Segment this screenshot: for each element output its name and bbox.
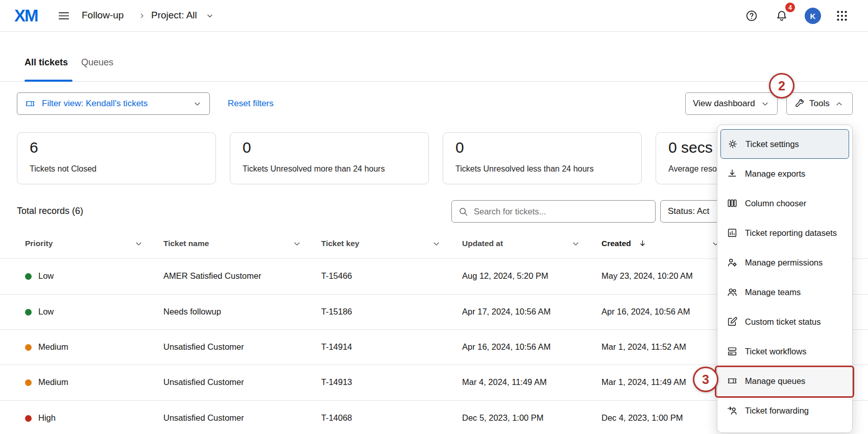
chevron-down-icon[interactable] (292, 239, 302, 249)
priority-dot (25, 309, 32, 316)
stat-label: Tickets not Closed (30, 164, 97, 174)
stat-card-not-closed: 6 Tickets not Closed (17, 132, 216, 184)
menu-item-ticket-reporting-datasets[interactable]: Ticket reporting datasets (717, 218, 852, 248)
column-header-ticket-key[interactable]: Ticket key (321, 239, 359, 248)
updated-at-cell: Mar 4, 2024, 11:49 AM (462, 377, 547, 387)
sort-descending-icon[interactable] (638, 238, 647, 248)
column-header-priority[interactable]: Priority (25, 239, 53, 248)
priority-cell: Medium (38, 342, 68, 352)
wrench-icon (794, 99, 805, 109)
chevron-down-icon[interactable] (134, 239, 143, 249)
updated-at-cell: Aug 12, 2024, 5:20 PM (462, 271, 548, 281)
tools-button[interactable]: Tools (786, 92, 853, 115)
menu-item-ticket-workflows[interactable]: Ticket workflows (717, 336, 852, 366)
chevron-down-icon (192, 99, 202, 109)
stat-label: Average reso (668, 164, 717, 174)
stat-label: Tickets Unresolved less than 24 hours (455, 164, 594, 174)
breadcrumb-project-dropdown[interactable]: Project: All (151, 10, 197, 21)
apps-grid-icon[interactable] (835, 9, 849, 22)
hamburger-menu-icon[interactable] (57, 9, 70, 22)
column-header-ticket-name[interactable]: Ticket name (163, 239, 209, 248)
priority-dot (25, 379, 32, 386)
search-input[interactable] (474, 207, 649, 216)
created-cell: Apr 16, 2024, 10:56 AM (601, 307, 690, 317)
stat-value: 6 (30, 139, 38, 156)
avatar[interactable]: K (805, 8, 821, 24)
gear-icon (727, 138, 738, 150)
menu-item-label: Manage teams (745, 287, 801, 297)
ticket-key-cell: T-14913 (321, 377, 352, 387)
menu-item-label: Column chooser (745, 199, 806, 208)
notifications-bell-icon[interactable] (775, 9, 788, 22)
chevron-down-icon[interactable] (571, 239, 581, 249)
created-cell: Mar 1, 2024, 11:49 AM (601, 377, 686, 387)
search-icon (458, 206, 469, 217)
ticket-key-cell: T-15466 (321, 271, 352, 281)
priority-cell: Low (38, 271, 54, 281)
column-header-updated-at[interactable]: Updated at (462, 239, 503, 248)
tab-all-tickets[interactable]: All tickets (25, 57, 68, 68)
ticket-search (451, 200, 656, 223)
view-dashboard-button[interactable]: View dashboard (685, 92, 778, 115)
person-gear-icon (727, 257, 738, 268)
filter-view-dropdown[interactable]: Filter view: Kendall's tickets (17, 92, 210, 115)
ticket-key-cell: T-14068 (321, 413, 352, 423)
priority-cell: High (38, 413, 56, 423)
breadcrumb-section[interactable]: Follow-up (82, 10, 124, 21)
priority-cell: Low (38, 307, 54, 317)
ticket-name-cell: Unsatisfied Customer (163, 342, 244, 352)
reset-filters-link[interactable]: Reset filters (228, 99, 274, 109)
menu-item-custom-ticket-status[interactable]: Custom ticket status (717, 307, 852, 336)
stat-value: 0 (455, 139, 464, 156)
created-cell: Dec 4, 2023, 1:00 PM (601, 413, 683, 423)
notification-count-badge: 4 (785, 3, 795, 12)
edit-icon (727, 316, 738, 327)
priority-dot (25, 344, 32, 351)
active-tab-underline (25, 80, 73, 82)
ticket-key-cell: T-15186 (321, 307, 352, 317)
filter-view-label: Filter view: Kendall's tickets (42, 99, 148, 109)
tab-queues[interactable]: Queues (81, 57, 113, 68)
bar-chart-icon (727, 227, 738, 238)
ticket-name-cell: Needs followup (163, 307, 221, 317)
download-icon (727, 168, 738, 179)
ticket-name-cell: AMER Satisfied Customer (163, 271, 261, 281)
menu-item-manage-teams[interactable]: Manage teams (717, 277, 852, 307)
menu-item-label: Manage permissions (745, 258, 823, 268)
menu-item-manage-permissions[interactable]: Manage permissions (717, 248, 852, 277)
stat-card-unresolved-less-24h: 0 Tickets Unresolved less than 24 hours (443, 132, 642, 184)
menu-item-ticket-settings[interactable]: Ticket settings (720, 129, 849, 159)
updated-at-cell: Dec 5, 2023, 1:00 PM (462, 413, 544, 423)
stat-card-unresolved-more-24h: 0 Tickets Unresolved more than 24 hours (230, 132, 429, 184)
tabs-bar: All tickets Queues (0, 32, 868, 82)
chevron-down-icon (760, 99, 770, 109)
menu-item-column-chooser[interactable]: Column chooser (717, 188, 852, 218)
help-icon[interactable] (745, 9, 758, 22)
people-icon (727, 286, 738, 298)
xm-logo[interactable]: XM (14, 6, 38, 26)
chevron-down-icon[interactable] (431, 239, 441, 249)
annotation-step-2: 2 (769, 73, 794, 99)
menu-item-label: Custom ticket status (745, 317, 821, 327)
app-window: XM Follow-up Project: All 4 K All ticket… (0, 0, 868, 434)
menu-item-label: Ticket forwarding (745, 406, 809, 416)
stat-value: 0 secs (668, 139, 713, 156)
chevron-right-icon (138, 12, 146, 20)
menu-item-ticket-forwarding[interactable]: Ticket forwarding (717, 396, 852, 425)
menu-item-label: Ticket reporting datasets (745, 228, 837, 238)
priority-dot (25, 415, 32, 422)
ticket-icon (25, 98, 36, 109)
ticket-name-cell: Unsatisfied Customer (163, 413, 244, 423)
ticket-icon (727, 375, 738, 387)
stat-value: 0 (243, 139, 251, 156)
menu-item-manage-exports[interactable]: Manage exports (717, 159, 852, 188)
chevron-up-icon (834, 99, 844, 109)
ticket-key-cell: T-14914 (321, 342, 352, 352)
tools-label: Tools (809, 99, 830, 109)
status-filter-label: Status: Act (668, 206, 709, 216)
column-header-created[interactable]: Created (601, 239, 631, 248)
chevron-down-icon[interactable] (205, 11, 214, 20)
menu-item-label: Manage queues (745, 376, 805, 386)
menu-item-manage-queues[interactable]: Manage queues (717, 366, 852, 396)
created-cell: May 23, 2024, 10:20 AM (601, 271, 693, 281)
